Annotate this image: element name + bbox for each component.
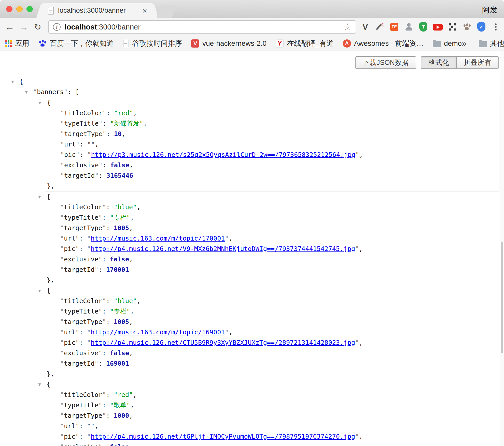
json-value-string: "专栏" xyxy=(110,308,130,315)
json-key: exclusive xyxy=(64,443,98,446)
scrollbar-thumb[interactable] xyxy=(501,242,503,353)
format-button[interactable]: 格式化 xyxy=(421,56,457,69)
youtube-play-icon[interactable] xyxy=(432,21,443,33)
bookmark-apps[interactable]: 应用 xyxy=(5,39,29,48)
v-icon[interactable]: V xyxy=(360,21,371,33)
collapse-toggle-icon[interactable]: ▼ xyxy=(38,191,41,202)
json-line: }, xyxy=(45,275,499,285)
json-punctuation: : xyxy=(106,224,114,232)
json-punctuation: : xyxy=(79,235,87,242)
json-quote: " xyxy=(64,88,67,96)
json-punctuation: : xyxy=(102,214,110,221)
json-punctuation: , xyxy=(137,297,141,305)
other-bookmarks[interactable]: 其他书签 xyxy=(479,39,504,48)
bookmarks-bar: 应用 百度一下，你就知道谷歌按时间排序Vvue-hackernews-2.0Y在… xyxy=(0,36,504,51)
json-line: "targetId": 169001 xyxy=(45,358,499,369)
tab-close-icon[interactable]: × xyxy=(142,7,147,15)
json-link[interactable]: http://music.163.com/m/topic/169001 xyxy=(91,329,225,336)
bookmark-star-icon[interactable]: ☆ xyxy=(343,22,352,32)
page-content: 下载JSON数据 格式化 折叠所有 ▼{▼"banners": [▼{"titl… xyxy=(0,51,504,446)
json-quote: " xyxy=(99,443,102,446)
minimize-window-button[interactable] xyxy=(16,6,23,12)
person-icon[interactable] xyxy=(403,21,414,33)
json-quote: " xyxy=(60,391,64,398)
json-punctuation: : xyxy=(79,422,87,430)
json-quote: " xyxy=(75,245,79,252)
bookmark-item[interactable]: 谷歌按时间排序 xyxy=(123,39,182,48)
collapse-toggle-icon[interactable]: ▼ xyxy=(38,97,41,108)
json-punctuation: , xyxy=(359,245,363,252)
qr-code-icon[interactable] xyxy=(447,21,458,33)
letter-badge-icon: A xyxy=(343,39,351,48)
json-key: pic xyxy=(64,245,75,252)
json-key: pic xyxy=(64,151,76,158)
overflow-menu-icon[interactable] xyxy=(490,21,501,33)
back-button[interactable]: ← xyxy=(3,22,17,32)
paw-icon[interactable] xyxy=(461,21,472,33)
json-quote: " xyxy=(60,329,64,336)
json-link[interactable]: http://p4.music.126.net/tGPljf-IMOCyPvum… xyxy=(91,433,355,440)
json-line: ▼{ xyxy=(45,379,499,390)
collapse-toggle-icon[interactable]: ▼ xyxy=(11,76,14,87)
scrollbar[interactable] xyxy=(500,51,504,446)
page-info-icon[interactable]: i xyxy=(53,23,61,31)
bookmark-label: 百度一下，你就知道 xyxy=(50,39,114,48)
paw-icon xyxy=(38,40,47,47)
json-link[interactable]: http://p4.music.126.net/CTU5B9R9y3XyYBZX… xyxy=(91,339,355,346)
json-line: "exclusive": false, xyxy=(45,160,499,170)
collapse-toggle-icon[interactable]: ▼ xyxy=(38,379,41,390)
json-punctuation: : xyxy=(106,391,114,398)
json-punctuation: , xyxy=(95,422,99,430)
json-key: targetId xyxy=(64,266,94,273)
json-punctuation: { xyxy=(19,78,23,85)
bookmark-item[interactable]: Vvue-hackernews-2.0 xyxy=(191,39,267,48)
json-punctuation: : xyxy=(79,141,87,148)
profile-name[interactable]: 阿发 xyxy=(482,5,497,15)
json-key: typeTitle xyxy=(64,402,98,409)
json-link[interactable]: http://music.163.com/m/topic/170001 xyxy=(91,235,225,242)
json-quote: " xyxy=(75,329,79,336)
reload-button[interactable]: ↻ xyxy=(31,23,45,31)
bookmark-item[interactable]: AAwesomes - 前端资… xyxy=(343,39,424,48)
bookmark-item[interactable]: demo xyxy=(433,39,462,48)
json-punctuation: , xyxy=(95,141,99,148)
forward-button: → xyxy=(17,22,31,32)
json-quote: " xyxy=(60,339,64,346)
address-bar[interactable]: i localhost:3000/banner ☆ xyxy=(48,20,356,34)
collapse-all-button[interactable]: 折叠所有 xyxy=(457,56,499,69)
active-tab[interactable]: localhost:3000/banner × xyxy=(43,3,152,18)
json-quote: " xyxy=(60,433,64,440)
shield-check-icon[interactable]: ✓ xyxy=(476,21,487,33)
json-link[interactable]: http://p3.music.126.net/s25q2x5QyqsAzilC… xyxy=(91,151,355,158)
json-line: ▼{ xyxy=(45,285,499,296)
collapse-toggle-icon[interactable]: ▼ xyxy=(38,285,41,296)
fullscreen-window-button[interactable] xyxy=(26,6,33,12)
json-quote: " xyxy=(60,422,64,430)
new-tab-button[interactable] xyxy=(156,5,176,18)
json-link[interactable]: http://p4.music.126.net/V9-MXz6b2MNhEKju… xyxy=(91,245,355,252)
shield-t-icon[interactable]: T xyxy=(418,21,429,33)
json-punctuation: }, xyxy=(47,370,54,378)
json-value-string: "blue" xyxy=(114,297,137,305)
bookmark-label: demo xyxy=(444,39,462,48)
close-window-button[interactable] xyxy=(6,6,12,12)
bookmark-item[interactable]: 百度一下，你就知道 xyxy=(38,39,114,48)
bookmark-item[interactable]: Y在线翻译_有道 xyxy=(276,39,334,48)
json-key: targetId xyxy=(64,360,94,367)
tab-title: localhost:3000/banner xyxy=(58,7,139,14)
json-quote: " xyxy=(99,349,102,357)
json-value-number: 10 xyxy=(114,130,122,138)
json-quote: " xyxy=(75,339,79,346)
translate-pen-icon[interactable]: 英 xyxy=(374,21,385,33)
json-key: exclusive xyxy=(64,349,98,357)
bookmarks-overflow-chevron[interactable]: » xyxy=(462,38,467,48)
json-value-string: "red" xyxy=(114,109,133,117)
json-value-empty-string: "" xyxy=(87,422,94,430)
collapse-toggle-icon[interactable]: ▼ xyxy=(25,87,28,97)
download-json-button[interactable]: 下载JSON数据 xyxy=(355,56,416,69)
fe-badge-icon[interactable]: FE xyxy=(389,21,400,33)
json-quote: " xyxy=(75,422,79,430)
json-quote: " xyxy=(60,161,64,169)
json-value-number: 170001 xyxy=(106,266,129,273)
json-line: "typeTitle": "新碟首发", xyxy=(45,118,499,129)
